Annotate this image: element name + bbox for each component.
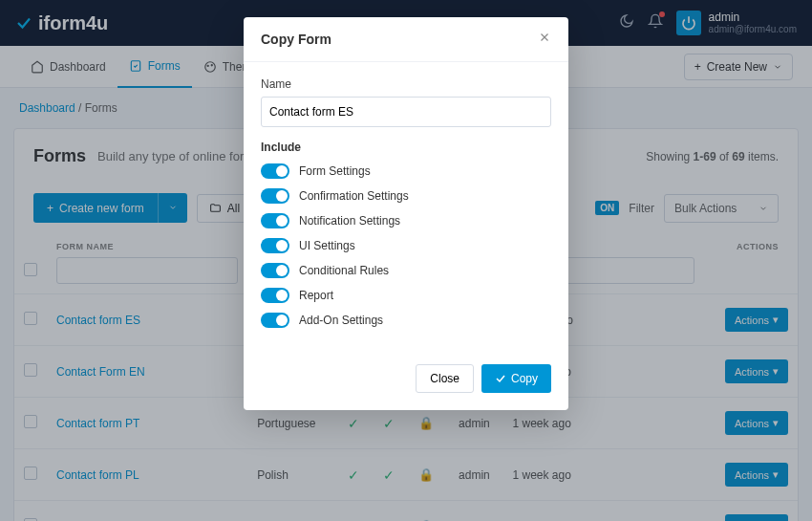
- toggle-row: Notification Settings: [261, 213, 551, 228]
- modal-overlay[interactable]: Copy Form Name Include Form SettingsConf…: [0, 0, 812, 521]
- close-icon: [538, 31, 551, 44]
- toggle-row: Add-On Settings: [261, 313, 551, 328]
- form-name-input[interactable]: [261, 97, 551, 127]
- toggle-switch[interactable]: [261, 238, 289, 253]
- toggle-switch[interactable]: [261, 213, 289, 228]
- toggle-row: Conditional Rules: [261, 263, 551, 278]
- toggle-row: Report: [261, 288, 551, 303]
- toggle-label: Confirmation Settings: [299, 189, 409, 203]
- toggle-label: Add-On Settings: [299, 314, 383, 327]
- toggle-switch[interactable]: [261, 313, 289, 328]
- toggle-label: Report: [299, 289, 333, 302]
- toggle-label: Notification Settings: [299, 214, 400, 228]
- toggle-label: UI Settings: [299, 239, 355, 252]
- close-button[interactable]: Close: [416, 364, 474, 393]
- name-label: Name: [261, 77, 551, 91]
- modal-body: Name Include Form SettingsConfirmation S…: [244, 62, 568, 353]
- toggle-row: UI Settings: [261, 238, 551, 253]
- modal-header: Copy Form: [244, 17, 568, 62]
- toggle-switch[interactable]: [261, 188, 289, 204]
- modal-footer: Close Copy: [244, 353, 568, 410]
- copy-button[interactable]: Copy: [481, 364, 551, 393]
- toggle-label: Conditional Rules: [299, 264, 389, 277]
- copy-form-modal: Copy Form Name Include Form SettingsConf…: [244, 17, 568, 410]
- toggle-label: Form Settings: [299, 164, 371, 178]
- toggle-row: Confirmation Settings: [261, 188, 551, 204]
- check-icon: [495, 373, 506, 384]
- toggle-switch[interactable]: [261, 263, 289, 278]
- toggle-switch[interactable]: [261, 288, 289, 303]
- modal-close-button[interactable]: [538, 31, 551, 48]
- modal-title: Copy Form: [261, 32, 331, 47]
- include-label: Include: [261, 141, 551, 154]
- toggle-switch[interactable]: [261, 163, 289, 179]
- toggle-row: Form Settings: [261, 163, 551, 179]
- copy-label: Copy: [511, 372, 538, 385]
